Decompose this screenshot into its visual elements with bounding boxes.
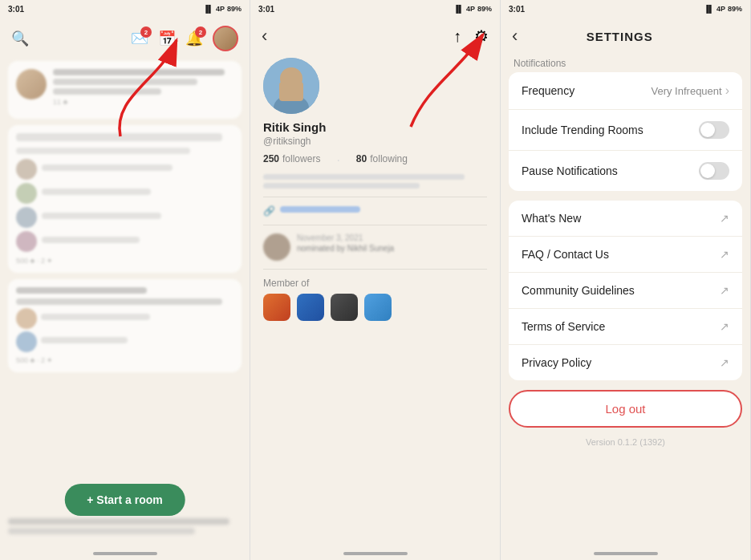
frequency-value: Very Infrequent ›	[652, 83, 730, 98]
logout-button[interactable]: Log out	[509, 390, 742, 428]
mail-icon[interactable]: ✉️2	[131, 30, 148, 47]
profile-header: ‹ ↑ ⚙	[250, 18, 500, 51]
feed-footer	[8, 518, 242, 538]
chevron-right-icon: ›	[725, 83, 729, 98]
notifications-settings-group: Frequency Very Infrequent › Include Tren…	[509, 72, 742, 191]
pause-notifications-label: Pause Notifications	[522, 164, 618, 177]
gear-icon[interactable]: ⚙	[474, 26, 489, 46]
home-indicator-panel2	[250, 547, 500, 560]
home-indicator-panel1	[0, 547, 250, 560]
settings-panel: 3:01 ▐▌ 4P 89% ‹ SETTINGS Notifications …	[501, 0, 751, 560]
external-link-icon-2: ↗	[720, 248, 729, 261]
home-indicator-panel3	[501, 547, 750, 560]
settings-header: ‹ SETTINGS	[501, 18, 750, 51]
time-display-3: 3:01	[509, 5, 525, 14]
feed-card-2[interactable]: 500 ♣ · 2 ✦	[8, 279, 242, 372]
status-icons: ▐▌ 4P 89%	[203, 5, 242, 13]
whats-new-row[interactable]: What's New ↗	[509, 201, 742, 237]
trending-rooms-toggle[interactable]	[699, 121, 729, 139]
profile-stats: 250 followers · 80 following	[263, 153, 487, 168]
external-link-icon-5: ↗	[720, 356, 729, 369]
external-link-icon-1: ↗	[720, 212, 729, 225]
pause-notifications-toggle[interactable]	[699, 162, 729, 180]
settings-title: SETTINGS	[518, 30, 721, 43]
feed-card[interactable]: 11 ♣	[8, 61, 242, 119]
profile-post: November 3, 2021 nominated by Nikhil Sun…	[263, 233, 487, 261]
privacy-policy-row[interactable]: Privacy Policy ↗	[509, 345, 742, 380]
profile-panel: 3:01 ▐▌ 4P 89% ‹ ↑ ⚙	[250, 0, 501, 560]
member-of-label: Member of	[263, 278, 487, 289]
back-button-settings[interactable]: ‹	[512, 26, 518, 47]
start-room-button[interactable]: + Start a room	[64, 484, 185, 516]
terms-of-service-row[interactable]: Terms of Service ↗	[509, 309, 742, 345]
whats-new-label: What's New	[522, 212, 581, 225]
community-guidelines-row[interactable]: Community Guidelines ↗	[509, 273, 742, 309]
back-button[interactable]: ‹	[262, 26, 267, 47]
club-2[interactable]	[297, 294, 324, 321]
time-display-2: 3:01	[258, 5, 274, 14]
faq-row[interactable]: FAQ / Contact Us ↗	[509, 237, 742, 273]
room-card[interactable]: 500 ♣ · 2 ✦	[8, 125, 242, 273]
profile-bio	[263, 174, 487, 189]
svg-rect-5	[279, 82, 303, 101]
trending-rooms-label: Include Trending Rooms	[522, 124, 643, 136]
feed-header: 🔍 ✉️2 📅 🔔2	[0, 18, 250, 58]
privacy-policy-label: Privacy Policy	[522, 356, 591, 369]
notification-bell-icon[interactable]: 🔔2	[185, 30, 203, 47]
frequency-row[interactable]: Frequency Very Infrequent ›	[509, 72, 742, 110]
links-settings-group: What's New ↗ FAQ / Contact Us ↗ Communit…	[509, 201, 742, 380]
profile-avatar	[263, 58, 319, 114]
club-1[interactable]	[263, 294, 290, 321]
terms-of-service-label: Terms of Service	[522, 320, 605, 333]
pause-notifications-row[interactable]: Pause Notifications	[509, 151, 742, 191]
profile-name: Ritik Singh	[263, 120, 487, 134]
profile-content: Ritik Singh @ritiksingh 250 followers · …	[250, 51, 500, 327]
club-4[interactable]	[364, 294, 392, 321]
feed-panel: 3:01 ▐▌ 4P 89% 🔍 ✉️2 📅 🔔2	[0, 0, 250, 560]
notifications-section-label: Notifications	[501, 51, 750, 72]
feed-cards-list: 11 ♣	[0, 58, 250, 375]
share-icon[interactable]: ↑	[453, 27, 461, 46]
avatar[interactable]	[213, 26, 238, 51]
trending-rooms-row[interactable]: Include Trending Rooms	[509, 110, 742, 151]
external-link-icon-3: ↗	[720, 284, 729, 297]
frequency-label: Frequency	[522, 84, 574, 97]
logout-button-wrap: Log out	[509, 390, 742, 428]
community-guidelines-label: Community Guidelines	[522, 284, 635, 297]
club-3[interactable]	[331, 294, 358, 321]
profile-clubs	[263, 294, 487, 321]
version-label: Version 0.1.2 (1392)	[501, 434, 750, 450]
calendar-icon[interactable]: 📅	[158, 30, 176, 47]
search-icon[interactable]: 🔍	[11, 30, 29, 47]
faq-label: FAQ / Contact Us	[522, 248, 609, 261]
external-link-icon-4: ↗	[720, 320, 729, 333]
social-link: 🔗	[263, 205, 487, 217]
profile-handle: @ritiksingh	[263, 136, 487, 147]
time-display: 3:01	[8, 5, 24, 14]
